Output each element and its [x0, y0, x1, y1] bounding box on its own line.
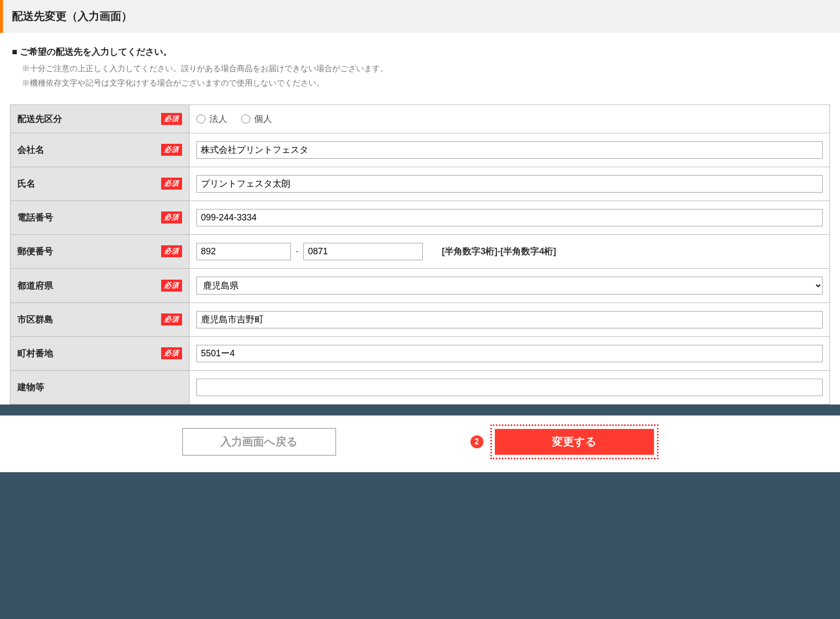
- label-postal: 郵便番号: [17, 245, 53, 257]
- city-input[interactable]: [196, 311, 823, 328]
- shipping-form: 配送先区分 必須 法人 個人: [10, 104, 830, 405]
- back-button[interactable]: 入力画面へ戻る: [182, 428, 336, 456]
- submit-button[interactable]: 変更する: [495, 429, 654, 455]
- radio-corporate-label: 法人: [209, 113, 227, 125]
- postal-dash: -: [296, 247, 298, 256]
- required-badge: 必須: [161, 347, 182, 359]
- label-street: 町村番地: [17, 347, 53, 359]
- intro-heading: ■ ご希望の配送先を入力してください。: [12, 46, 828, 58]
- step-number-badge: 2: [470, 435, 483, 448]
- footer-bar: 入力画面へ戻る 2 変更する: [0, 415, 840, 472]
- submit-highlight-frame: 変更する: [490, 424, 658, 459]
- radio-individual-label: 個人: [254, 113, 272, 125]
- label-city: 市区群島: [17, 313, 53, 325]
- label-category: 配送先区分: [17, 113, 62, 125]
- postal2-input[interactable]: [303, 243, 423, 260]
- label-phone: 電話番号: [17, 211, 53, 223]
- page-title: 配送先変更（入力画面）: [12, 9, 831, 24]
- intro-note-2: ※機種依存文字や記号は文字化けする場合がございますので使用しないでください。: [12, 76, 828, 91]
- label-prefecture: 都道府県: [17, 280, 53, 292]
- intro-block: ■ ご希望の配送先を入力してください。 ※十分ご注意の上正しく入力してください。…: [0, 33, 840, 100]
- required-badge: 必須: [161, 144, 182, 156]
- label-building: 建物等: [17, 381, 44, 393]
- intro-note-1: ※十分ご注意の上正しく入力してください。誤りがある場合商品をお届けできない場合が…: [12, 62, 828, 76]
- required-badge: 必須: [161, 211, 182, 223]
- radio-corporate-input[interactable]: [196, 114, 205, 123]
- radio-individual[interactable]: 個人: [241, 113, 272, 125]
- radio-individual-input[interactable]: [241, 114, 250, 123]
- page-header: 配送先変更（入力画面）: [0, 0, 840, 33]
- postal1-input[interactable]: [196, 243, 291, 260]
- required-badge: 必須: [161, 178, 182, 190]
- required-badge: 必須: [161, 313, 182, 325]
- building-input[interactable]: [196, 379, 823, 396]
- street-input[interactable]: [196, 345, 823, 362]
- required-badge: 必須: [161, 113, 182, 125]
- label-company: 会社名: [17, 144, 44, 156]
- radio-corporate[interactable]: 法人: [196, 113, 227, 125]
- postal-hint: [半角数字3桁]-[半角数字4桁]: [442, 245, 556, 257]
- phone-input[interactable]: [196, 209, 823, 226]
- name-input[interactable]: [196, 175, 823, 193]
- prefecture-select[interactable]: 鹿児島県: [196, 277, 823, 295]
- required-badge: 必須: [161, 280, 182, 292]
- label-name: 氏名: [17, 178, 35, 190]
- company-input[interactable]: [196, 141, 823, 159]
- required-badge: 必須: [161, 245, 182, 257]
